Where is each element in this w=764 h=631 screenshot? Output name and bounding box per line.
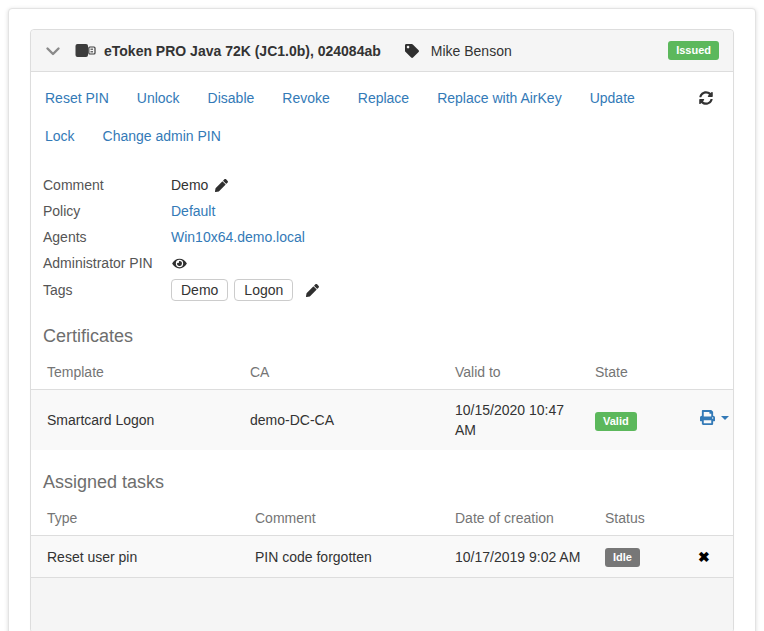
property-admin-pin: Administrator PIN xyxy=(43,250,733,276)
task-actions-cell: ✖ xyxy=(690,536,733,578)
certificates-table: Template CA Valid to State Smartcard Log… xyxy=(31,355,733,450)
revoke-button[interactable]: Revoke xyxy=(268,82,343,114)
replace-button[interactable]: Replace xyxy=(344,82,423,114)
assigned-tasks-section-title: Assigned tasks xyxy=(43,472,733,493)
property-tags: Tags Demo Logon xyxy=(43,276,733,304)
col-template: Template xyxy=(31,355,242,390)
cert-ca-cell: demo-DC-CA xyxy=(242,390,447,451)
certificates-section-title: Certificates xyxy=(43,326,733,347)
col-comment: Comment xyxy=(247,501,447,536)
task-type-cell: Reset user pin xyxy=(31,536,247,578)
assigned-tasks-table: Type Comment Date of creation Status Res… xyxy=(31,501,733,577)
policy-label: Policy xyxy=(43,203,171,219)
printer-icon xyxy=(700,410,715,425)
token-properties: Comment Demo Policy Default Agents Win10… xyxy=(43,172,733,304)
cert-state-cell: Valid xyxy=(587,390,692,451)
token-panel-header: eToken PRO Java 72K (JC1.0b), 024084ab M… xyxy=(31,30,733,72)
cert-valid-to-cell: 10/15/2020 10:47 AM xyxy=(447,390,587,451)
comment-label: Comment xyxy=(43,177,171,193)
property-comment: Comment Demo xyxy=(43,172,733,198)
lock-button[interactable]: Lock xyxy=(31,120,89,152)
comment-value: Demo xyxy=(171,177,208,193)
disable-button[interactable]: Disable xyxy=(194,82,269,114)
edit-tags-pencil-icon[interactable] xyxy=(306,284,319,297)
unlock-button[interactable]: Unlock xyxy=(123,82,194,114)
col-ca: CA xyxy=(242,355,447,390)
tasks-header-row: Type Comment Date of creation Status xyxy=(31,501,733,536)
show-admin-pin-eye-icon[interactable] xyxy=(171,257,188,270)
cert-state-badge: Valid xyxy=(595,412,637,431)
actions-row-1: Reset PIN Unlock Disable Revoke Replace … xyxy=(31,82,729,114)
certificates-header-row: Template CA Valid to State xyxy=(31,355,733,390)
collapse-chevron-down-icon[interactable] xyxy=(45,43,61,59)
caret-down-icon xyxy=(721,416,729,420)
tag-icon xyxy=(405,44,419,58)
col-type: Type xyxy=(31,501,247,536)
owner-name: Mike Benson xyxy=(431,43,512,59)
certificate-row: Smartcard Logon demo-DC-CA 10/15/2020 10… xyxy=(31,390,733,451)
task-date-cell: 10/17/2019 9:02 AM xyxy=(447,536,597,578)
col-valid-to: Valid to xyxy=(447,355,587,390)
edit-comment-pencil-icon[interactable] xyxy=(215,179,228,192)
replace-with-airkey-button[interactable]: Replace with AirKey xyxy=(423,82,576,114)
actions-row-2: Lock Change admin PIN xyxy=(31,120,729,152)
col-cert-actions xyxy=(692,355,733,390)
col-status: Status xyxy=(597,501,690,536)
admin-pin-label: Administrator PIN xyxy=(43,255,171,271)
property-agents: Agents Win10x64.demo.local xyxy=(43,224,733,250)
agents-label: Agents xyxy=(43,229,171,245)
panel-footer xyxy=(31,577,733,631)
actions-toolbar: Reset PIN Unlock Disable Revoke Replace … xyxy=(31,72,733,152)
task-comment-cell: PIN code forgotten xyxy=(247,536,447,578)
property-policy: Policy Default xyxy=(43,198,733,224)
token-details-card: eToken PRO Java 72K (JC1.0b), 024084ab M… xyxy=(8,8,756,631)
cancel-task-x-icon[interactable]: ✖ xyxy=(698,550,710,564)
cert-template-cell: Smartcard Logon xyxy=(31,390,242,451)
owner: Mike Benson xyxy=(405,43,512,59)
refresh-icon[interactable] xyxy=(699,91,713,105)
tags-label: Tags xyxy=(43,282,171,298)
update-button[interactable]: Update xyxy=(576,82,649,114)
col-state: State xyxy=(587,355,692,390)
change-admin-pin-button[interactable]: Change admin PIN xyxy=(89,120,235,152)
status-badge: Issued xyxy=(668,41,719,60)
tag-chip: Logon xyxy=(234,279,293,301)
cert-actions-cell xyxy=(692,390,733,451)
policy-link[interactable]: Default xyxy=(171,203,215,219)
task-status-badge: Idle xyxy=(605,548,640,567)
token-title: eToken PRO Java 72K (JC1.0b), 024084ab xyxy=(104,43,381,59)
col-date-of-creation: Date of creation xyxy=(447,501,597,536)
col-task-actions xyxy=(690,501,733,536)
reset-pin-button[interactable]: Reset PIN xyxy=(31,82,123,114)
task-status-cell: Idle xyxy=(597,536,690,578)
task-row: Reset user pin PIN code forgotten 10/17/… xyxy=(31,536,733,578)
tag-chip: Demo xyxy=(171,279,228,301)
token-panel: eToken PRO Java 72K (JC1.0b), 024084ab M… xyxy=(30,29,734,631)
usb-token-icon xyxy=(75,43,96,58)
print-certificate-dropdown[interactable] xyxy=(700,410,729,425)
agent-link[interactable]: Win10x64.demo.local xyxy=(171,229,305,245)
